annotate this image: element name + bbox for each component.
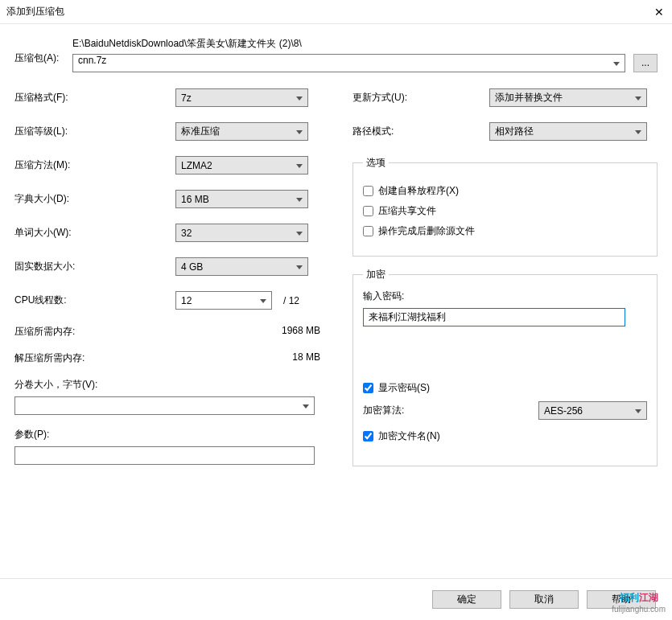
level-select[interactable]: 标准压缩 bbox=[175, 122, 308, 141]
show-password-label: 显示密码(S) bbox=[378, 381, 430, 395]
window-title: 添加到压缩包 bbox=[6, 5, 64, 18]
delete-label: 操作完成后删除源文件 bbox=[378, 224, 475, 238]
pathmode-select[interactable]: 相对路径 bbox=[489, 122, 647, 141]
options-group: 选项 创建自释放程序(X) 压缩共享文件 操作完成后删除源文件 bbox=[352, 156, 658, 257]
solid-select[interactable]: 4 GB bbox=[175, 257, 308, 276]
password-label: 输入密码: bbox=[363, 289, 647, 303]
browse-button[interactable]: ... bbox=[633, 54, 658, 72]
mem-compress-value: 1968 MB bbox=[282, 325, 320, 339]
split-select[interactable] bbox=[14, 396, 315, 415]
split-label: 分卷大小，字节(V): bbox=[14, 378, 320, 392]
format-label: 压缩格式(F): bbox=[14, 91, 175, 105]
close-icon[interactable]: ✕ bbox=[654, 6, 664, 18]
password-input[interactable] bbox=[363, 308, 625, 326]
method-select[interactable]: LZMA2 bbox=[175, 156, 308, 175]
shared-label: 压缩共享文件 bbox=[378, 204, 436, 218]
dict-select[interactable]: 16 MB bbox=[175, 190, 308, 208]
ok-button[interactable]: 确定 bbox=[432, 590, 501, 609]
params-label: 参数(P): bbox=[14, 428, 320, 441]
shared-checkbox[interactable] bbox=[363, 206, 373, 216]
threads-select[interactable]: 12 bbox=[175, 291, 272, 310]
options-legend: 选项 bbox=[363, 156, 389, 170]
show-password-checkbox[interactable] bbox=[363, 383, 373, 393]
method-label: 压缩方法(M): bbox=[14, 158, 175, 172]
encrypt-names-label: 加密文件名(N) bbox=[378, 429, 440, 443]
encrypt-group: 加密 输入密码: 显示密码(S) 加密算法: AES-256 加密文件名(N) bbox=[352, 268, 658, 466]
help-button[interactable]: 帮助 bbox=[587, 590, 656, 609]
algo-label: 加密算法: bbox=[363, 404, 404, 417]
word-label: 单词大小(W): bbox=[14, 226, 175, 240]
delete-checkbox[interactable] bbox=[363, 226, 373, 236]
encrypt-legend: 加密 bbox=[363, 268, 389, 281]
archive-label: 压缩包(A): bbox=[14, 37, 63, 65]
sfx-label: 创建自释放程序(X) bbox=[378, 184, 459, 198]
archive-filename-combo[interactable]: cnn.7z bbox=[72, 54, 625, 72]
archive-path: E:\BaiduNetdiskDownload\笨蛋美女\新建文件夹 (2)\8… bbox=[72, 37, 658, 51]
pathmode-label: 路径模式: bbox=[352, 125, 489, 138]
cancel-button[interactable]: 取消 bbox=[509, 590, 579, 609]
mem-decompress-value: 18 MB bbox=[292, 351, 320, 365]
update-select[interactable]: 添加并替换文件 bbox=[489, 88, 647, 107]
word-select[interactable]: 32 bbox=[175, 224, 308, 242]
dict-label: 字典大小(D): bbox=[14, 192, 175, 206]
mem-compress-label: 压缩所需内存: bbox=[14, 325, 75, 339]
threads-total: / 12 bbox=[283, 295, 299, 306]
threads-label: CPU线程数: bbox=[14, 294, 175, 307]
sfx-checkbox[interactable] bbox=[363, 186, 373, 196]
mem-decompress-label: 解压缩所需内存: bbox=[14, 351, 85, 365]
level-label: 压缩等级(L): bbox=[14, 125, 175, 138]
params-input[interactable] bbox=[14, 446, 315, 465]
format-select[interactable]: 7z bbox=[175, 88, 308, 107]
update-label: 更新方式(U): bbox=[352, 91, 489, 105]
algo-select[interactable]: AES-256 bbox=[538, 401, 647, 420]
encrypt-names-checkbox[interactable] bbox=[363, 431, 373, 441]
solid-label: 固实数据大小: bbox=[14, 260, 175, 273]
